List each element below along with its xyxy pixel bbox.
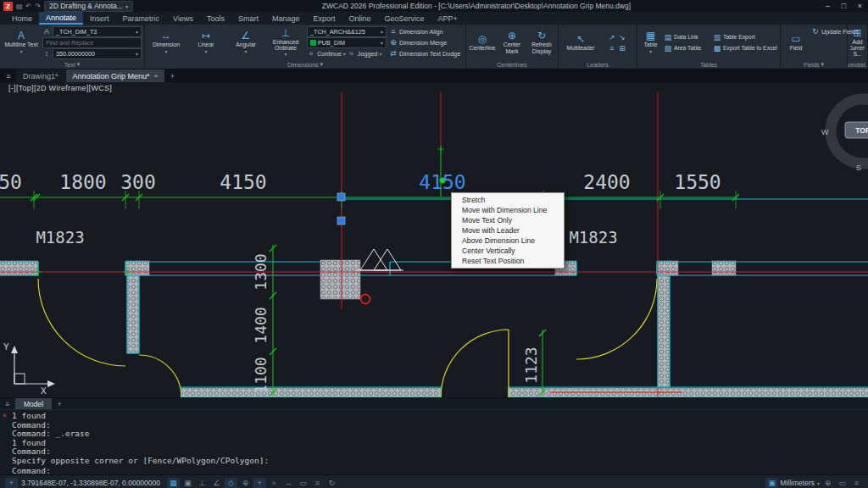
dim-layer-dropdown[interactable]: PUB_DIM ▾ <box>307 37 387 48</box>
jogged-button[interactable]: Jogged <box>358 50 378 58</box>
status-menu-icon[interactable]: ≡ <box>850 478 863 488</box>
units-selector[interactable]: Millimeters ▾ <box>780 479 820 487</box>
refresh-display-button[interactable]: ↻ Refresh Display <box>528 26 555 58</box>
grip-dimension-line[interactable] <box>337 193 345 201</box>
dimension-text-dodge-button[interactable]: ⇄ Dimension Text Dodge <box>389 48 460 58</box>
table-export-button[interactable]: ▥Table Export <box>713 32 777 42</box>
save-icon[interactable]: ▤ <box>16 3 23 10</box>
dimension-button[interactable]: ↔ Dimension ▾ <box>147 26 185 58</box>
selection-cycling-icon[interactable]: ▭ <box>297 478 309 488</box>
fullscreen-icon[interactable]: ▭ <box>836 478 849 488</box>
tab-export[interactable]: Export <box>307 12 342 25</box>
continue-button[interactable]: Continue <box>317 50 342 58</box>
panel-label-text[interactable]: Text▾ <box>0 60 144 69</box>
autoscale-icon[interactable]: ↻ <box>326 478 338 488</box>
menu-item-move-with-dimension-line[interactable]: Move with Dimension Line <box>452 205 564 215</box>
add-current-scale-button[interactable]: ⊞ Add Current S... <box>850 26 865 58</box>
close-button[interactable]: × <box>852 0 868 12</box>
multiline-text-button[interactable]: A Multiline Text ▾ <box>3 26 40 58</box>
align-leaders-icon[interactable]: ≡ <box>608 44 616 53</box>
tab-manage[interactable]: Manage <box>265 12 307 25</box>
find-replace-input[interactable] <box>42 37 142 48</box>
label-m1823-right[interactable]: M1823 <box>569 228 617 247</box>
dim-text-1100[interactable]: 1100 <box>252 357 270 393</box>
grip-secondary[interactable] <box>337 217 345 225</box>
restore-button[interactable]: □ <box>836 0 852 12</box>
ortho-icon[interactable]: ⊥ <box>196 478 209 488</box>
redo-icon[interactable]: ↷ <box>35 3 41 10</box>
viewport-controls[interactable]: [-][Top][2D Wireframe][WCS] <box>8 84 112 92</box>
field-button[interactable]: ▭ Field <box>783 26 809 58</box>
angular-button[interactable]: ∠ Angular ▾ <box>227 26 264 58</box>
dim-text-4150-selected[interactable]: 4150 <box>419 171 465 193</box>
layout-menu-icon[interactable]: ≡ <box>2 398 14 409</box>
transparency-icon[interactable]: ↔ <box>282 478 295 488</box>
dimension-align-button[interactable]: ≡ Dimension Align <box>389 26 460 36</box>
drawing-canvas[interactable]: 50 1800 300 4150 4150 2400 1550 M1823 M1… <box>0 82 868 397</box>
menu-item-center-vertically[interactable]: Center Vertically <box>452 246 564 256</box>
doc-tab-drawing1[interactable]: Drawing1* <box>16 69 65 82</box>
snap-icon[interactable]: ▣ <box>181 478 194 488</box>
tab-annotate[interactable]: Annotate <box>39 12 83 25</box>
app-logo-icon[interactable]: Z <box>3 2 13 11</box>
tab-views[interactable]: Views <box>166 12 200 25</box>
export-table-excel-button[interactable]: ▩Export Table to Excel <box>713 43 777 53</box>
label-m1823-left[interactable]: M1823 <box>36 228 84 247</box>
linear-button[interactable]: ↦ Linear ▾ <box>187 26 225 58</box>
lineweight-icon[interactable]: ≈ <box>268 478 281 488</box>
dim-style-dropdown[interactable]: _TCH_ARCH&&125▾ <box>307 26 387 37</box>
doc-menu-icon[interactable]: ≡ <box>2 69 15 82</box>
tab-tools[interactable]: Tools <box>200 12 231 25</box>
osnap-icon[interactable]: ◇ <box>225 478 237 488</box>
annotation-visibility-icon[interactable]: ≡ <box>311 478 324 488</box>
compass-south-label[interactable]: S <box>856 164 861 172</box>
compass-top-label[interactable]: TOP <box>855 126 868 135</box>
multileader-button[interactable]: ↖ Multileader <box>561 26 600 58</box>
menu-item-move-with-leader[interactable]: Move with Leader <box>452 225 564 236</box>
dim-text-1400[interactable]: 1400 <box>252 307 270 343</box>
tab-online[interactable]: Online <box>342 12 378 25</box>
dim-text-4150-left[interactable]: 4150 <box>220 171 266 193</box>
dim-text-2400[interactable]: 2400 <box>583 171 630 193</box>
dynamic-input-icon[interactable]: + <box>253 478 266 488</box>
add-layout-button[interactable]: + <box>53 398 65 409</box>
dim-text-300[interactable]: 300 <box>120 171 156 193</box>
enhanced-ordinate-button[interactable]: ⊥ Enhanced Ordinate ▾ <box>267 26 304 58</box>
model-tab[interactable]: Model <box>15 398 52 409</box>
undo-icon[interactable]: ↶ <box>26 3 32 10</box>
centerline-button[interactable]: ◎ Centerline <box>469 26 496 58</box>
polar-tracking-icon[interactable]: ∠ <box>210 478 223 488</box>
workspace-switcher[interactable]: 2D Drafting & Annota... ▾ <box>44 1 133 12</box>
otrack-icon[interactable]: ⊕ <box>239 478 252 488</box>
workspace-status-icon[interactable]: ▣ <box>765 478 778 488</box>
update-fields-button[interactable]: ↻ Update Fields <box>811 26 844 36</box>
new-tab-button[interactable]: + <box>165 69 179 82</box>
compass-west-label[interactable]: W <box>821 128 829 136</box>
dim-text-50[interactable]: 50 <box>0 171 22 193</box>
text-style-dropdown[interactable]: _TCH_DIM_T3▾ <box>53 26 142 37</box>
dim-text-1123[interactable]: 1123 <box>522 347 540 383</box>
text-height-dropdown[interactable]: 350.00000000▾ <box>53 48 142 59</box>
remove-leader-icon[interactable]: ↘ <box>618 33 626 42</box>
clean-screen-icon[interactable]: ⊕ <box>821 478 834 488</box>
area-table-button[interactable]: ▧Area Table <box>664 43 709 53</box>
tab-smart[interactable]: Smart <box>231 12 265 25</box>
menu-item-stretch[interactable]: Stretch <box>452 195 564 205</box>
panel-label-dimensions[interactable]: Dimensions▾ <box>145 60 465 69</box>
center-mark-button[interactable]: ⊕ Center Mark <box>498 26 526 58</box>
data-link-button[interactable]: ▤Data Link <box>664 32 709 42</box>
dim-text-1300[interactable]: 1300 <box>252 253 270 290</box>
dimension-merge-button[interactable]: ⊕ Dimension Merge <box>389 37 460 47</box>
grid-icon[interactable]: ▦ <box>167 478 180 488</box>
add-leader-icon[interactable]: ↗ <box>608 33 616 42</box>
tab-geoservice[interactable]: GeoService <box>378 12 431 25</box>
doc-tab-annotation-grip-menu[interactable]: Annotation Grip Menu* × <box>66 69 165 82</box>
view-compass[interactable]: W S TOP <box>821 99 868 172</box>
command-close-icon[interactable]: × <box>3 412 7 419</box>
tab-insert[interactable]: Insert <box>83 12 116 25</box>
close-tab-icon[interactable]: × <box>154 72 159 80</box>
command-prompt[interactable]: Command: <box>12 466 861 475</box>
menu-item-above-dimension-line[interactable]: Above Dimension Line <box>452 236 564 246</box>
minimize-button[interactable]: – <box>820 0 836 12</box>
menu-item-move-text-only[interactable]: Move Text Only <box>452 215 564 225</box>
